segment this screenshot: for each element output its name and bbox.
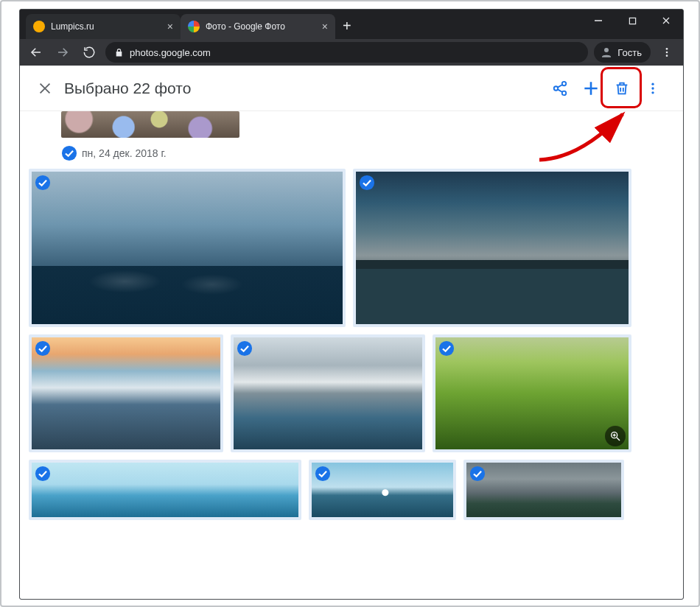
photo-thumbnail[interactable]	[29, 334, 223, 452]
photo-image	[32, 337, 220, 449]
photo-thumbnail[interactable]	[309, 460, 456, 520]
svg-point-9	[666, 55, 668, 57]
share-button[interactable]	[545, 73, 575, 104]
person-icon	[600, 46, 613, 59]
check-icon[interactable]	[35, 466, 51, 485]
back-button[interactable]	[26, 42, 46, 63]
photo-thumbnail[interactable]	[29, 460, 301, 520]
svg-point-21	[651, 83, 654, 85]
window-controls	[581, 10, 683, 39]
selection-count-label: Выбрано 22 фото	[64, 80, 191, 97]
svg-line-15	[558, 84, 562, 87]
delete-button[interactable]	[606, 73, 637, 104]
photo-image	[466, 463, 621, 517]
date-label: пн, 24 дек. 2018 г.	[82, 147, 167, 159]
svg-point-25	[35, 175, 50, 190]
svg-point-22	[651, 87, 654, 89]
check-icon	[61, 145, 77, 161]
photo-image	[435, 337, 629, 449]
maximize-button[interactable]	[615, 10, 649, 32]
zoom-icon[interactable]	[605, 426, 626, 446]
tab-strip: Lumpics.ru × Фото - Google Фото × +	[20, 10, 581, 39]
reload-button[interactable]	[79, 42, 99, 63]
svg-point-8	[666, 52, 668, 54]
check-icon[interactable]	[315, 466, 331, 485]
svg-line-16	[558, 89, 562, 92]
favicon-google-photos	[188, 21, 200, 32]
selection-toolbar: Выбрано 22 фото	[20, 66, 683, 111]
photo-gallery: пн, 24 дек. 2018 г.	[20, 111, 683, 536]
svg-point-13	[554, 86, 559, 91]
svg-rect-1	[629, 18, 635, 24]
svg-point-12	[562, 81, 567, 85]
check-icon[interactable]	[35, 340, 51, 359]
tab-title: Фото - Google Фото	[206, 21, 316, 32]
lock-icon	[114, 48, 124, 57]
svg-point-27	[35, 341, 50, 356]
favicon-lumpics	[33, 21, 45, 32]
svg-point-23	[651, 91, 654, 94]
forward-button[interactable]	[52, 42, 73, 63]
window-frame: Lumpics.ru × Фото - Google Фото × +	[0, 0, 700, 607]
svg-point-28	[237, 341, 252, 356]
check-icon[interactable]	[35, 175, 51, 194]
close-icon[interactable]: ×	[167, 21, 173, 32]
tab-google-photos[interactable]: Фото - Google Фото ×	[181, 14, 335, 39]
close-icon[interactable]: ×	[322, 21, 328, 32]
check-icon[interactable]	[237, 340, 253, 359]
svg-point-14	[562, 91, 567, 95]
browser-menu-button[interactable]	[657, 42, 677, 63]
photo-image	[32, 463, 298, 517]
browser-window: Lumpics.ru × Фото - Google Фото × +	[19, 9, 684, 600]
svg-point-29	[439, 341, 454, 356]
page-content: Выбрано 22 фото	[20, 66, 683, 599]
photo-image	[32, 172, 343, 324]
svg-point-26	[360, 175, 374, 190]
tab-lumpics[interactable]: Lumpics.ru ×	[26, 14, 181, 39]
svg-point-36	[470, 466, 485, 481]
photo-image	[234, 337, 422, 449]
svg-point-24	[62, 146, 77, 161]
photo-thumbnail[interactable]	[29, 169, 346, 327]
svg-point-7	[666, 48, 668, 50]
svg-point-6	[604, 48, 609, 52]
new-tab-button[interactable]: +	[335, 18, 359, 39]
date-header[interactable]: пн, 24 дек. 2018 г.	[61, 145, 674, 161]
photo-thumbnail[interactable]	[61, 111, 239, 138]
clear-selection-button[interactable]	[30, 74, 60, 103]
more-options-button[interactable]	[637, 73, 668, 104]
minimize-button[interactable]	[581, 10, 615, 32]
url-text: photos.google.com	[130, 47, 211, 58]
photo-thumbnail[interactable]	[353, 169, 631, 327]
photo-thumbnail[interactable]	[433, 334, 631, 452]
toolbar: photos.google.com Гость	[20, 39, 683, 66]
check-icon[interactable]	[469, 466, 486, 485]
check-icon[interactable]	[359, 175, 375, 194]
profile-button[interactable]: Гость	[594, 42, 651, 63]
photo-image	[356, 172, 629, 324]
photo-thumbnail[interactable]	[231, 334, 425, 452]
add-to-button[interactable]	[575, 73, 606, 104]
photo-thumbnail[interactable]	[463, 460, 624, 520]
profile-label: Гость	[617, 47, 642, 58]
svg-point-34	[35, 466, 50, 481]
photo-image	[312, 463, 453, 517]
address-bar[interactable]: photos.google.com	[105, 42, 588, 63]
check-icon[interactable]	[438, 340, 455, 359]
svg-point-35	[315, 466, 330, 481]
tab-title: Lumpics.ru	[51, 21, 161, 32]
close-window-button[interactable]	[649, 10, 683, 32]
titlebar: Lumpics.ru × Фото - Google Фото × +	[20, 10, 683, 39]
svg-line-31	[617, 438, 620, 441]
